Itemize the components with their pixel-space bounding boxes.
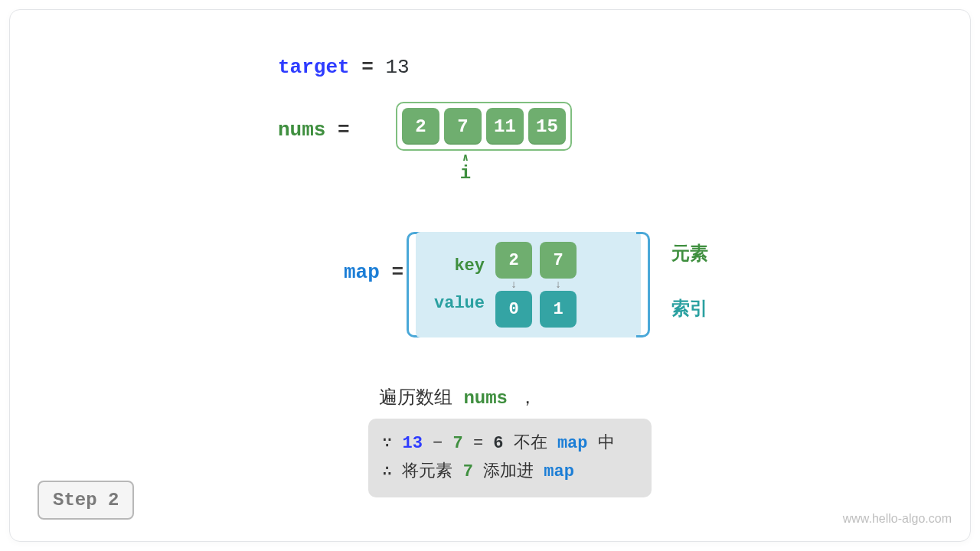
desc-var: nums	[463, 388, 508, 409]
desc-text: 遍历数组	[379, 388, 463, 409]
map-side-labels: 元素 索引	[671, 241, 708, 321]
watermark: www.hello-algo.com	[843, 512, 952, 526]
arrow-down-icon: ↓	[555, 282, 561, 288]
array-cell: 2	[402, 108, 439, 145]
reasoning-box: ∵ 13 − 7 = 6 不在 map 中 ∴ 将元素 7 添加进 map	[368, 419, 652, 497]
minus-sign: −	[433, 434, 443, 453]
bracket-right-icon	[636, 232, 650, 337]
map-entry: 7 ↓ 1	[540, 242, 577, 328]
num: 7	[463, 462, 473, 481]
nums-label-row: nums =	[278, 119, 350, 142]
map-value-cell: 1	[540, 291, 577, 328]
map-entry: 2 ↓ 0	[495, 242, 532, 328]
eq-sign: =	[338, 119, 350, 142]
map-word: map	[557, 434, 588, 453]
pointer-symbol: i	[454, 163, 477, 184]
text: 将元素	[402, 462, 462, 481]
map-label-row: map =	[344, 261, 403, 284]
num: 7	[452, 434, 462, 453]
reason-therefore: ∴ 将元素 7 添加进 map	[382, 458, 638, 486]
text: 中	[598, 434, 615, 453]
key-label: key	[426, 256, 485, 276]
num: 6	[493, 434, 503, 453]
index-label: 索引	[671, 296, 708, 321]
eq-sign: =	[473, 434, 483, 453]
map-key-cell: 7	[540, 242, 577, 279]
map-columns: 2 ↓ 0 7 ↓ 1	[495, 242, 577, 328]
map-value-cell: 0	[495, 291, 532, 328]
element-label: 元素	[671, 241, 708, 266]
target-row: target = 13	[278, 56, 410, 79]
num: 13	[402, 434, 422, 453]
text: 不在	[514, 434, 557, 453]
target-value: 13	[385, 56, 409, 79]
map-key-cell: 2	[495, 242, 532, 279]
eq-sign: =	[361, 56, 374, 79]
text: 添加进	[483, 462, 544, 481]
step-badge: Step 2	[38, 481, 134, 520]
diagram-card: target = 13 nums = 2 7 11 15 ∧ i map = k…	[9, 9, 971, 542]
desc-text: ，	[518, 388, 537, 409]
target-label: target	[278, 56, 350, 79]
array-cell: 15	[528, 108, 566, 145]
eq-sign: =	[391, 261, 403, 284]
pointer-arrow-icon: ∧	[454, 152, 477, 163]
map-box: key value 2 ↓ 0 7 ↓ 1	[416, 232, 641, 337]
map-word: map	[544, 462, 574, 481]
nums-array: 2 7 11 15	[396, 102, 572, 151]
value-label: value	[426, 294, 485, 313]
step-label: Step 2	[53, 490, 119, 510]
reason-because: ∵ 13 − 7 = 6 不在 map 中	[382, 429, 638, 458]
description-line: 遍历数组 nums ，	[379, 385, 537, 409]
therefore-symbol: ∴	[382, 462, 392, 481]
array-cell: 7	[444, 108, 482, 145]
index-pointer: ∧ i	[454, 152, 477, 184]
nums-label: nums	[278, 119, 325, 142]
map-row-labels: key value	[426, 256, 495, 313]
map-label: map	[344, 261, 380, 284]
arrow-down-icon: ↓	[511, 282, 517, 288]
because-symbol: ∵	[382, 434, 392, 453]
array-cell: 11	[486, 108, 524, 145]
